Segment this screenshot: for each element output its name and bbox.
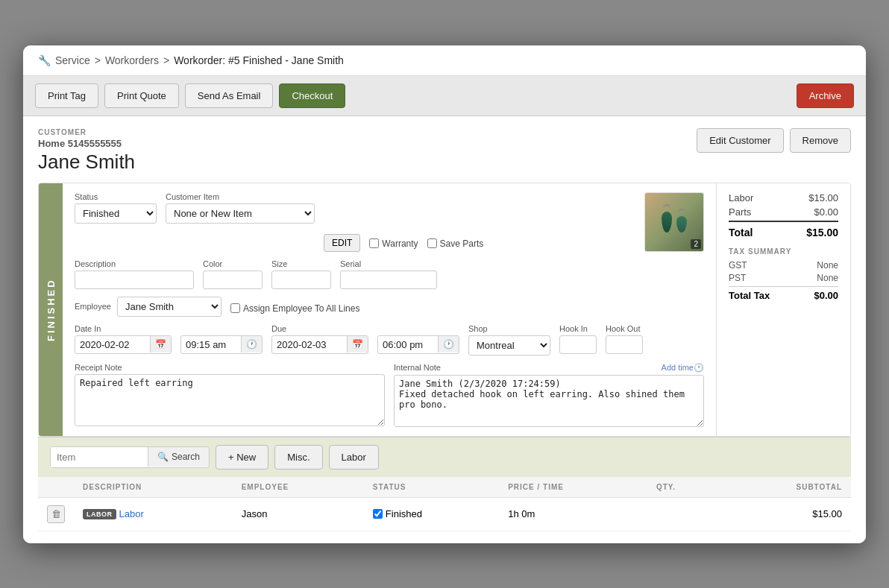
- date-row: Date In 📅 Time 🕐: [75, 324, 704, 355]
- hook-in-group: Hook In: [559, 324, 597, 354]
- checkout-button[interactable]: Checkout: [279, 83, 345, 108]
- search-icon: 🔍: [157, 452, 169, 462]
- image-count: 2: [691, 239, 701, 249]
- add-time-link[interactable]: Add time🕐: [662, 363, 704, 373]
- misc-button[interactable]: Misc.: [274, 445, 322, 470]
- tax-summary-label: TAX SUMMARY: [729, 247, 838, 256]
- search-button[interactable]: 🔍 Search: [148, 447, 209, 467]
- date-in-input[interactable]: [75, 336, 150, 353]
- customer-section: CUSTOMER Home 5145555555 Jane Smith Edit…: [38, 128, 851, 174]
- delete-row-button[interactable]: 🗑: [47, 505, 65, 523]
- add-time-icon: 🕐: [694, 363, 704, 372]
- item-image[interactable]: 2: [644, 192, 704, 252]
- assign-all-group: Assign Employee To All Lines: [230, 303, 360, 317]
- status-group: Status Finished In Progress Waiting Pend…: [75, 192, 157, 224]
- time-in-input[interactable]: [181, 336, 241, 353]
- time-in-wrap: 🕐: [180, 335, 263, 354]
- hook-out-group: Hook Out: [606, 324, 643, 354]
- print-tag-button[interactable]: Print Tag: [35, 83, 98, 108]
- size-input[interactable]: [271, 271, 331, 289]
- total-value: $15.00: [806, 227, 838, 238]
- customer-item-select[interactable]: None or New Item: [166, 203, 315, 224]
- items-toolbar: 🔍 Search + New Misc. Labor: [38, 437, 851, 477]
- status-label: Status: [75, 192, 157, 201]
- serial-input[interactable]: [340, 271, 437, 289]
- shop-select[interactable]: Montreal: [468, 335, 550, 355]
- status-checkbox[interactable]: [373, 509, 383, 519]
- status-select[interactable]: Finished In Progress Waiting Pending: [75, 203, 157, 224]
- pst-label: PST: [729, 273, 746, 283]
- customer-label: CUSTOMER: [38, 128, 135, 136]
- clock-in-icon[interactable]: 🕐: [241, 336, 262, 353]
- total-tax-value: $0.00: [814, 290, 838, 301]
- due-time-input[interactable]: [378, 336, 438, 353]
- gst-value: None: [817, 260, 838, 271]
- breadcrumb-current: Workorder: #5 Finished - Jane Smith: [174, 54, 344, 66]
- send-as-email-button[interactable]: Send As Email: [185, 83, 274, 108]
- remove-customer-button[interactable]: Remove: [790, 128, 851, 153]
- due-date-input[interactable]: [272, 336, 347, 353]
- assign-all-checkbox[interactable]: [230, 303, 240, 313]
- employee-label: Employee: [75, 302, 111, 311]
- description-label: Description: [75, 259, 194, 268]
- total-label: Total: [729, 227, 753, 238]
- receipt-note-textarea[interactable]: Repaired left earring: [75, 374, 385, 426]
- warranty-group: Warranty: [369, 238, 418, 252]
- table-header-row: DESCRIPTION EMPLOYEE STATUS PRICE / TIME…: [38, 477, 851, 498]
- item-search-input[interactable]: [51, 447, 148, 467]
- internal-note-textarea[interactable]: Jane Smith (2/3/2020 17:24:59) Fixed det…: [394, 375, 704, 427]
- gst-label: GST: [729, 260, 747, 271]
- due-time-wrap: 🕐: [377, 335, 459, 354]
- line-items-table: DESCRIPTION EMPLOYEE STATUS PRICE / TIME…: [38, 477, 851, 531]
- service-icon: 🔧: [38, 54, 51, 66]
- labor-label: Labor: [729, 192, 753, 203]
- labor-button[interactable]: Labor: [329, 445, 379, 470]
- employee-select[interactable]: Jane Smith: [117, 297, 222, 317]
- time-in-group: Time 🕐: [180, 324, 263, 354]
- receipt-note-label: Receipt Note: [75, 363, 385, 372]
- date-in-group: Date In 📅: [75, 324, 172, 354]
- edit-customer-button[interactable]: Edit Customer: [697, 128, 783, 153]
- description-link[interactable]: Labor: [119, 508, 144, 519]
- hook-out-input[interactable]: [606, 335, 643, 354]
- assign-all-label: Assign Employee To All Lines: [243, 303, 360, 314]
- new-item-button[interactable]: + New: [216, 445, 268, 470]
- print-quote-button[interactable]: Print Quote: [104, 83, 179, 108]
- internal-note-header: Internal Note Add time🕐: [394, 363, 704, 373]
- color-input[interactable]: [203, 271, 263, 289]
- internal-note-label: Internal Note: [394, 363, 441, 372]
- size-group: Size: [271, 259, 331, 289]
- due-calendar-icon[interactable]: 📅: [347, 336, 368, 353]
- calendar-icon[interactable]: 📅: [150, 336, 171, 353]
- parts-value: $0.00: [814, 206, 838, 218]
- parts-row: Parts $0.00: [729, 206, 838, 218]
- archive-button[interactable]: Archive: [797, 83, 854, 108]
- color-group: Color: [203, 259, 263, 289]
- clock-out-icon[interactable]: 🕐: [438, 336, 459, 353]
- col-subtotal: SUBTOTAL: [723, 477, 851, 498]
- receipt-note-group: Receipt Note Repaired left earring: [75, 363, 385, 427]
- date-in-wrap: 📅: [75, 335, 172, 354]
- internal-note-group: Internal Note Add time🕐 Jane Smith (2/3/…: [394, 363, 704, 427]
- gst-row: GST None: [729, 260, 838, 271]
- due-date-wrap: 📅: [271, 335, 368, 354]
- hook-in-input[interactable]: [559, 335, 597, 354]
- save-parts-checkbox[interactable]: [427, 238, 437, 248]
- employee-row: Employee Jane Smith Assign Employee To A…: [75, 297, 704, 317]
- size-label: Size: [271, 259, 331, 268]
- shop-label: Shop: [468, 324, 550, 333]
- date-in-label: Date In: [75, 324, 172, 333]
- content-area: CUSTOMER Home 5145555555 Jane Smith Edit…: [23, 116, 866, 543]
- warranty-checkbox[interactable]: [369, 238, 379, 248]
- col-description: DESCRIPTION: [74, 477, 233, 498]
- due-group: Due 📅: [271, 324, 368, 354]
- breadcrumb-service[interactable]: Service: [55, 54, 90, 66]
- breadcrumb-workorders[interactable]: Workorders: [105, 54, 159, 66]
- summary-panel: Labor $15.00 Parts $0.00 Total $15.00 TA…: [716, 183, 850, 436]
- pst-row: PST None: [729, 273, 838, 283]
- customer-name: Jane Smith: [38, 151, 135, 174]
- item-edit-button[interactable]: EDIT: [324, 234, 360, 252]
- col-qty: QTY.: [647, 477, 723, 498]
- description-input[interactable]: [75, 271, 194, 289]
- hook-out-label: Hook Out: [606, 324, 643, 333]
